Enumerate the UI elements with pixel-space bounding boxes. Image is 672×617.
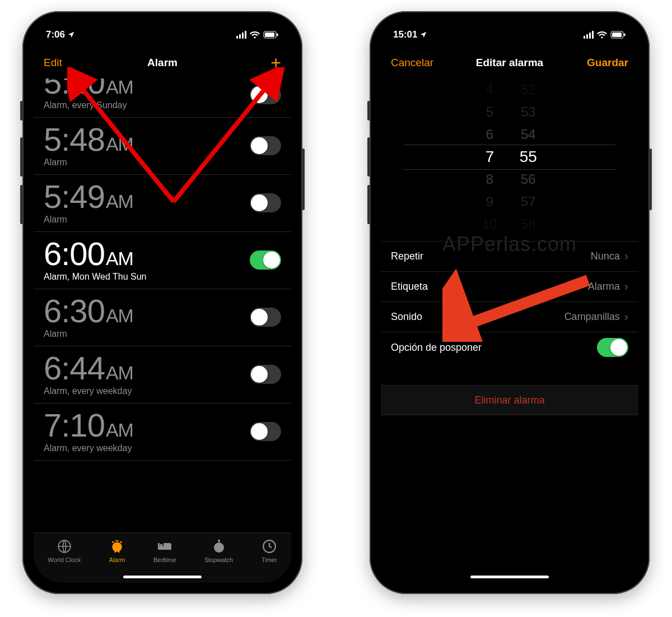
signal-icon (236, 31, 246, 39)
svg-rect-7 (158, 543, 160, 549)
value: Alarma (588, 281, 620, 293)
battery-icon (610, 31, 626, 39)
svg-rect-5 (115, 540, 119, 541)
bed-icon (157, 539, 172, 554)
tab-stopwatch[interactable]: Stopwatch (204, 539, 233, 563)
picker-value: 56 (521, 168, 536, 191)
alarm-time: 6:30AM (44, 295, 133, 327)
notch (104, 22, 221, 40)
alarm-row[interactable]: 6:30AMAlarm (34, 289, 291, 346)
timer-icon (262, 539, 277, 554)
svg-rect-1 (265, 33, 274, 37)
alarm-info: 6:44AMAlarm, every weekday (44, 352, 133, 396)
time-picker[interactable]: 45678910 52535455565758 (381, 78, 638, 235)
alarm-clock-icon (109, 539, 125, 554)
screen-right: 15:01 Cancelar Editar alarma Guardar APP… (381, 22, 638, 583)
svg-rect-2 (277, 34, 278, 36)
picker-value: 9 (486, 191, 493, 213)
row-sound[interactable]: Sonido Campanillas› (381, 302, 638, 332)
value: Campanillas (564, 311, 620, 323)
alarm-sublabel: Alarm, every weekday (44, 443, 133, 453)
alarm-time: 5:40AM (44, 78, 133, 99)
svg-rect-19 (624, 34, 626, 36)
location-icon (67, 31, 75, 39)
alarm-toggle[interactable] (250, 422, 281, 441)
alarm-time: 5:49AM (44, 180, 133, 213)
home-indicator[interactable] (470, 576, 549, 578)
alarm-sublabel: Alarm (44, 215, 133, 225)
alarm-toggle[interactable] (250, 85, 281, 104)
picker-value: 10 (482, 213, 497, 235)
picker-value: 57 (521, 191, 536, 213)
alarm-info: 6:30AMAlarm (44, 295, 133, 339)
watermark: APPerlas.com (381, 233, 638, 256)
tab-label: Alarm (109, 556, 125, 563)
add-button[interactable]: + (270, 54, 281, 72)
tab-label: Timer (262, 556, 277, 563)
svg-point-4 (113, 542, 122, 551)
alarm-toggle[interactable] (250, 308, 281, 327)
phone-right: 15:01 Cancelar Editar alarma Guardar APP… (370, 11, 650, 594)
picker-value: 58 (521, 213, 536, 235)
status-time: 15:01 (393, 29, 417, 40)
svg-point-8 (160, 544, 163, 547)
tab-alarm[interactable]: Alarm (109, 539, 125, 563)
alarm-toggle[interactable] (250, 250, 281, 270)
alarm-time: 5:48AM (44, 123, 133, 156)
tab-bedtime[interactable]: Bedtime (153, 539, 176, 563)
signal-icon (584, 31, 594, 39)
page-title: Alarm (34, 57, 291, 69)
alarm-row[interactable]: 6:00AMAlarm, Mon Wed Thu Sun (34, 232, 291, 289)
screen-left: 7:06 Edit Alarm + 5:40AMAlarm, every Sun… (34, 22, 291, 583)
alarm-sublabel: Alarm (44, 329, 133, 339)
location-icon (419, 31, 427, 39)
navbar: Edit Alarm + (34, 47, 291, 78)
wifi-icon (250, 31, 260, 39)
edit-button[interactable]: Edit (44, 57, 62, 69)
alarm-info: 6:00AMAlarm, Mon Wed Thu Sun (44, 238, 147, 282)
snooze-toggle[interactable] (597, 338, 628, 357)
cancel-button[interactable]: Cancelar (391, 57, 433, 69)
home-indicator[interactable] (123, 576, 202, 578)
delete-alarm-button[interactable]: Eliminar alarma (381, 385, 638, 415)
globe-icon (57, 539, 72, 554)
tab-world-clock[interactable]: World Clock (48, 539, 81, 563)
alarm-info: 5:48AMAlarm (44, 123, 133, 168)
alarm-list[interactable]: 5:40AMAlarm, every Sunday5:48AMAlarm5:49… (34, 78, 291, 461)
alarm-time: 6:44AM (44, 352, 133, 384)
alarm-row[interactable]: 5:40AMAlarm, every Sunday (34, 78, 291, 118)
alarm-row[interactable]: 5:49AMAlarm (34, 175, 291, 232)
tab-label: World Clock (48, 556, 81, 563)
alarm-settings: Repetir Nunca› Etiqueta Alarma› Sonido C… (381, 241, 638, 363)
picker-value: 7 (486, 146, 494, 168)
picker-hours[interactable]: 45678910 (482, 78, 497, 235)
alarm-row[interactable]: 6:44AMAlarm, every weekday (34, 346, 291, 403)
alarm-info: 5:40AMAlarm, every Sunday (44, 78, 133, 110)
picker-value: 6 (486, 123, 493, 146)
alarm-sublabel: Alarm, Mon Wed Thu Sun (44, 272, 147, 282)
chevron-right-icon: › (624, 311, 628, 323)
alarm-sublabel: Alarm (44, 157, 133, 168)
alarm-row[interactable]: 5:48AMAlarm (34, 118, 291, 175)
save-button[interactable]: Guardar (587, 57, 628, 69)
label: Etiqueta (391, 281, 428, 293)
picker-value: 52 (521, 78, 536, 101)
svg-point-9 (214, 542, 224, 553)
svg-rect-6 (158, 546, 171, 550)
phone-left: 7:06 Edit Alarm + 5:40AMAlarm, every Sun… (22, 11, 302, 594)
picker-value: 53 (521, 101, 536, 123)
picker-minutes[interactable]: 52535455565758 (520, 78, 537, 235)
alarm-row[interactable]: 7:10AMAlarm, every weekday (34, 403, 291, 461)
row-label[interactable]: Etiqueta Alarma› (381, 272, 638, 302)
row-snooze: Opción de posponer (381, 332, 638, 363)
tab-label: Bedtime (153, 556, 176, 563)
tab-timer[interactable]: Timer (262, 539, 277, 563)
status-time: 7:06 (46, 29, 65, 40)
chevron-right-icon: › (624, 281, 628, 293)
alarm-toggle[interactable] (250, 193, 281, 212)
notch (451, 22, 568, 40)
alarm-toggle[interactable] (250, 365, 281, 384)
svg-rect-11 (218, 541, 220, 543)
alarm-toggle[interactable] (250, 136, 281, 155)
picker-value: 55 (520, 146, 537, 168)
